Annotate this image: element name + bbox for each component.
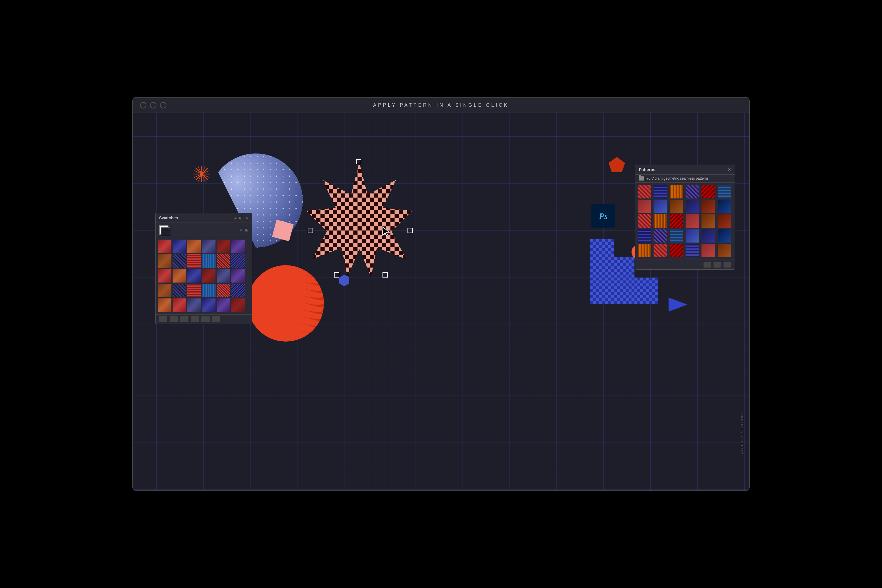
star-shape bbox=[292, 156, 427, 292]
pattern-item-13[interactable] bbox=[638, 214, 651, 228]
patterns-grid bbox=[635, 183, 735, 260]
swatch-item-3[interactable] bbox=[187, 240, 201, 253]
swatch-item-10[interactable] bbox=[202, 254, 216, 268]
pattern-item-12[interactable] bbox=[718, 200, 731, 213]
ps-badge: Ps bbox=[591, 204, 615, 228]
swatch-item-12[interactable] bbox=[231, 254, 245, 268]
svg-marker-27 bbox=[339, 274, 349, 286]
swatch-item-5[interactable] bbox=[217, 240, 230, 253]
swatches-panel-header: Swatches ≡ ⊞ ✕ bbox=[156, 213, 252, 223]
pattern-item-19[interactable] bbox=[638, 229, 651, 243]
pattern-item-27[interactable] bbox=[670, 244, 683, 257]
pattern-item-5[interactable] bbox=[702, 185, 715, 198]
blue-triangle-shape bbox=[669, 295, 687, 315]
swatch-item-17[interactable] bbox=[217, 269, 230, 282]
swatch-item-13[interactable] bbox=[158, 269, 171, 282]
swatch-item-23[interactable] bbox=[217, 284, 230, 297]
traffic-light-fullscreen[interactable] bbox=[160, 102, 166, 108]
swatch-item-26[interactable] bbox=[172, 298, 186, 312]
svg-marker-22 bbox=[609, 157, 625, 172]
swatches-panel-controls: ≡ ⊞ ✕ bbox=[234, 216, 248, 220]
patterns-footer-icon-1[interactable] bbox=[704, 262, 711, 267]
patterns-footer-icon-3[interactable] bbox=[723, 262, 731, 267]
traffic-light-minimize[interactable] bbox=[150, 102, 156, 108]
swatch-item-8[interactable] bbox=[172, 254, 186, 268]
patterns-panel: Patterns ✕ 70 Vibrant geometric seamless… bbox=[635, 165, 735, 270]
pattern-item-25[interactable] bbox=[638, 244, 651, 257]
pattern-item-30[interactable] bbox=[718, 244, 731, 257]
swatch-item-27[interactable] bbox=[187, 298, 201, 312]
pattern-item-28[interactable] bbox=[686, 244, 699, 257]
swatch-item-24[interactable] bbox=[231, 284, 245, 297]
pattern-item-3[interactable] bbox=[670, 185, 683, 198]
app-window: APPLY PATTERN IN A SINGLE CLICK bbox=[132, 97, 750, 491]
svg-rect-16 bbox=[383, 273, 387, 277]
pattern-item-9[interactable] bbox=[670, 200, 683, 213]
swatch-item-6[interactable] bbox=[231, 240, 245, 253]
swatch-item-18[interactable] bbox=[231, 269, 245, 282]
swatches-footer-icon-1[interactable] bbox=[159, 316, 167, 322]
swatch-toolbar: ≡ ⊞ bbox=[156, 223, 252, 237]
swatch-item-21[interactable] bbox=[187, 284, 201, 297]
patterns-folder-icon[interactable] bbox=[639, 176, 644, 180]
swatches-toolbar-grid-icon[interactable]: ⊞ bbox=[245, 228, 248, 232]
swatch-item-29[interactable] bbox=[217, 298, 230, 312]
swatches-panel: Swatches ≡ ⊞ ✕ ≡ ⊞ bbox=[155, 213, 252, 324]
pattern-item-4[interactable] bbox=[686, 185, 699, 198]
swatches-footer-icon-5[interactable] bbox=[201, 316, 210, 322]
pattern-item-23[interactable] bbox=[702, 229, 715, 243]
swatch-item-28[interactable] bbox=[202, 298, 216, 312]
swatches-list-view-icon[interactable]: ≡ bbox=[234, 216, 237, 220]
pattern-item-26[interactable] bbox=[654, 244, 667, 257]
patterns-folder-row: 70 Vibrant geometric seamless patterns bbox=[635, 175, 735, 183]
swatches-grid bbox=[156, 237, 252, 314]
pattern-item-7[interactable] bbox=[638, 200, 651, 213]
swatches-footer-icon-2[interactable] bbox=[170, 316, 178, 322]
swatches-close-icon[interactable]: ✕ bbox=[245, 216, 248, 220]
pattern-item-24[interactable] bbox=[718, 229, 731, 243]
swatch-item-15[interactable] bbox=[187, 269, 201, 282]
orange-circle-shape bbox=[248, 265, 324, 342]
swatch-item-1[interactable] bbox=[158, 240, 171, 253]
pattern-item-29[interactable] bbox=[702, 244, 715, 257]
swatch-item-14[interactable] bbox=[172, 269, 186, 282]
pattern-item-18[interactable] bbox=[718, 214, 731, 228]
svg-rect-18 bbox=[408, 228, 412, 233]
swatch-item-7[interactable] bbox=[158, 254, 171, 268]
swatch-color-indicator[interactable] bbox=[159, 225, 168, 235]
swatches-footer-icon-3[interactable] bbox=[180, 316, 189, 322]
swatch-item-9[interactable] bbox=[187, 254, 201, 268]
patterns-footer-icon-2[interactable] bbox=[714, 262, 721, 267]
swatch-item-25[interactable] bbox=[158, 298, 171, 312]
swatch-item-11[interactable] bbox=[217, 254, 230, 268]
swatch-item-16[interactable] bbox=[202, 269, 216, 282]
pattern-item-11[interactable] bbox=[702, 200, 715, 213]
pattern-item-8[interactable] bbox=[654, 200, 667, 213]
pattern-item-20[interactable] bbox=[654, 229, 667, 243]
pattern-item-10[interactable] bbox=[686, 200, 699, 213]
pattern-item-14[interactable] bbox=[654, 214, 667, 228]
patterns-folder-label: 70 Vibrant geometric seamless patterns bbox=[646, 176, 708, 180]
traffic-lights bbox=[140, 102, 166, 108]
pattern-item-2[interactable] bbox=[654, 185, 667, 198]
swatches-footer-icon-6[interactable] bbox=[212, 316, 220, 322]
swatch-item-2[interactable] bbox=[172, 240, 186, 253]
swatch-item-22[interactable] bbox=[202, 284, 216, 297]
screen-wrapper: APPLY PATTERN IN A SINGLE CLICK bbox=[64, 59, 818, 529]
swatch-item-20[interactable] bbox=[172, 284, 186, 297]
swatches-toolbar-list-icon[interactable]: ≡ bbox=[240, 228, 242, 232]
swatch-item-30[interactable] bbox=[231, 298, 245, 312]
swatch-item-19[interactable] bbox=[158, 284, 171, 297]
patterns-close-icon[interactable]: ✕ bbox=[728, 167, 731, 172]
pattern-item-16[interactable] bbox=[686, 214, 699, 228]
pattern-item-6[interactable] bbox=[718, 185, 731, 198]
traffic-light-close[interactable] bbox=[140, 102, 146, 108]
pattern-item-1[interactable] bbox=[638, 185, 651, 198]
pattern-item-15[interactable] bbox=[670, 214, 683, 228]
swatches-grid-view-icon[interactable]: ⊞ bbox=[239, 216, 243, 220]
swatches-footer-icon-4[interactable] bbox=[191, 316, 199, 322]
pattern-item-21[interactable] bbox=[670, 229, 683, 243]
swatch-item-4[interactable] bbox=[202, 240, 216, 253]
pattern-item-22[interactable] bbox=[686, 229, 699, 243]
pattern-item-17[interactable] bbox=[702, 214, 715, 228]
